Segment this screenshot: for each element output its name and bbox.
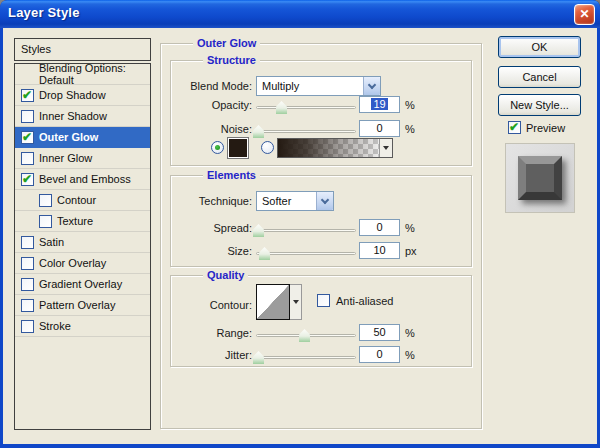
opacity-unit: % (405, 99, 415, 111)
gradient-preview[interactable] (278, 139, 379, 157)
jitter-input[interactable]: 0 (359, 346, 400, 363)
preview-checkbox[interactable] (508, 121, 521, 134)
size-slider-thumb[interactable] (259, 247, 270, 260)
range-value: 50 (373, 326, 385, 338)
style-checkbox[interactable] (21, 278, 34, 291)
glow-gradient-picker[interactable] (277, 138, 393, 158)
ok-button[interactable]: OK (498, 36, 581, 58)
range-slider[interactable] (256, 328, 356, 343)
jitter-unit: % (405, 349, 415, 361)
contour-dropdown-icon[interactable] (290, 284, 302, 320)
cancel-button[interactable]: Cancel (498, 66, 581, 88)
noise-slider-track[interactable] (256, 130, 356, 133)
layer-style-dialog: Layer Style ✕ Styles Blending Options: D… (0, 0, 600, 448)
jitter-slider[interactable] (256, 350, 356, 365)
technique-label: Technique: (153, 195, 252, 207)
sidebar-item-inner-shadow[interactable]: Inner Shadow (15, 106, 150, 127)
sidebar-item-gradient-overlay[interactable]: Gradient Overlay (15, 274, 150, 295)
technique-value: Softer (262, 192, 316, 210)
style-label: Outer Glow (39, 131, 98, 143)
glow-gradient-radio[interactable] (261, 141, 274, 154)
style-label: Contour (57, 194, 96, 206)
opacity-slider-thumb[interactable] (276, 101, 287, 114)
style-label: Color Overlay (39, 257, 106, 269)
noise-label: Noise: (153, 123, 252, 135)
style-checkbox[interactable] (21, 299, 34, 312)
noise-unit: % (405, 123, 415, 135)
sidebar-item-texture[interactable]: Texture (15, 211, 150, 232)
style-checkbox[interactable] (21, 131, 34, 144)
style-checkbox[interactable] (39, 194, 52, 207)
opacity-slider[interactable] (256, 100, 356, 115)
styles-header-label: Styles (21, 43, 51, 55)
style-label: Gradient Overlay (39, 278, 122, 290)
technique-select[interactable]: Softer (256, 191, 334, 211)
jitter-label: Jitter: (153, 349, 252, 361)
opacity-slider-track[interactable] (256, 106, 356, 109)
chevron-down-icon[interactable] (316, 192, 333, 210)
style-label: Texture (57, 215, 93, 227)
title-bar[interactable]: Layer Style ✕ (0, 0, 600, 28)
sidebar-item-bevel-and-emboss[interactable]: Bevel and Emboss (15, 169, 150, 190)
sidebar-item-contour[interactable]: Contour (15, 190, 150, 211)
size-unit: px (405, 245, 417, 257)
jitter-slider-track[interactable] (256, 356, 356, 359)
spread-label: Spread: (153, 222, 252, 234)
blend-mode-select[interactable]: Multiply (256, 76, 381, 96)
style-checkbox[interactable] (21, 173, 34, 186)
chevron-down-icon[interactable] (363, 77, 380, 95)
style-preview-thumbnail (505, 143, 575, 213)
jitter-value: 0 (376, 348, 382, 360)
elements-title: Elements (203, 169, 260, 181)
style-checkbox[interactable] (39, 215, 52, 228)
sidebar-item-inner-glow[interactable]: Inner Glow (15, 148, 150, 169)
size-input[interactable]: 10 (359, 242, 400, 259)
sidebar-item-color-overlay[interactable]: Color Overlay (15, 253, 150, 274)
opacity-input[interactable]: 19 (359, 96, 400, 113)
style-label: Inner Shadow (39, 110, 107, 122)
style-checkbox[interactable] (21, 236, 34, 249)
noise-input[interactable]: 0 (359, 120, 400, 137)
style-checkbox[interactable] (21, 320, 34, 333)
contour-thumbnail[interactable] (256, 284, 290, 320)
size-slider[interactable] (256, 246, 356, 261)
close-button[interactable]: ✕ (574, 4, 595, 25)
style-checkbox[interactable] (21, 110, 34, 123)
range-label: Range: (153, 327, 252, 339)
close-icon: ✕ (579, 7, 589, 21)
style-label: Drop Shadow (39, 89, 106, 101)
ok-button-label: OK (532, 41, 548, 53)
sidebar-item-pattern-overlay[interactable]: Pattern Overlay (15, 295, 150, 316)
antialiased-checkbox[interactable] (317, 294, 330, 307)
sidebar-item-satin[interactable]: Satin (15, 232, 150, 253)
style-label: Blending Options: Default (39, 63, 150, 86)
style-checkbox[interactable] (21, 89, 34, 102)
opacity-label: Opacity: (153, 99, 252, 111)
gradient-dropdown-icon[interactable] (379, 139, 392, 157)
glow-color-radio[interactable] (211, 141, 224, 154)
styles-header: Styles (14, 38, 151, 61)
contour-label: Contour: (153, 299, 252, 311)
range-slider-thumb[interactable] (299, 329, 310, 342)
sidebar-item-drop-shadow[interactable]: Drop Shadow (15, 85, 150, 106)
sidebar-item-stroke[interactable]: Stroke (15, 316, 150, 337)
range-input[interactable]: 50 (359, 324, 400, 341)
sidebar-item-outer-glow[interactable]: Outer Glow (15, 127, 150, 148)
spread-input[interactable]: 0 (359, 219, 400, 236)
range-unit: % (405, 327, 415, 339)
noise-value: 0 (376, 122, 382, 134)
glow-color-swatch[interactable] (227, 137, 249, 159)
style-label: Stroke (39, 320, 71, 332)
spread-slider-track[interactable] (256, 229, 356, 232)
size-slider-track[interactable] (256, 252, 356, 255)
spread-unit: % (405, 222, 415, 234)
panel-title: Outer Glow (193, 37, 260, 49)
contour-picker[interactable] (256, 284, 302, 320)
sidebar-item-blending-options-default[interactable]: Blending Options: Default (15, 64, 150, 85)
style-checkbox[interactable] (21, 152, 34, 165)
styles-list: Blending Options: Default Drop Shadow In… (14, 63, 151, 430)
style-checkbox[interactable] (21, 257, 34, 270)
new-style-button[interactable]: New Style... (498, 94, 581, 116)
spread-slider[interactable] (256, 223, 356, 238)
noise-slider[interactable] (256, 124, 356, 139)
